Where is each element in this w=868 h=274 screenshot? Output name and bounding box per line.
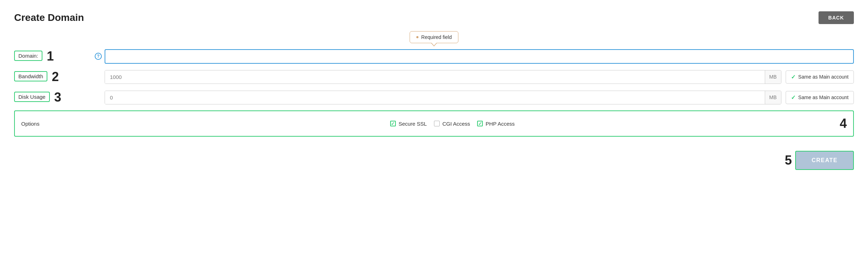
- domain-label-cell: Domain: 1: [14, 49, 92, 64]
- page-header: Create Domain BACK: [14, 11, 854, 24]
- domain-label: Domain:: [14, 51, 42, 61]
- php-access-label: PHP Access: [486, 121, 515, 127]
- disk-usage-input[interactable]: [105, 91, 765, 104]
- php-access-checkbox[interactable]: [477, 121, 483, 126]
- create-domain-form: Domain: 1 ? Bandwidth 2 MB ✓ Same as Mai…: [14, 49, 854, 137]
- options-controls: Secure SSL CGI Access PHP Access: [71, 121, 834, 127]
- required-field-tooltip: Required field: [410, 31, 458, 43]
- bandwidth-unit: MB: [765, 70, 781, 84]
- cgi-access-checkbox[interactable]: [434, 121, 440, 126]
- bandwidth-row: Bandwidth 2 MB ✓ Same as Main account: [14, 69, 854, 84]
- options-label: Options: [21, 121, 71, 127]
- option-cgi-access: CGI Access: [434, 121, 470, 127]
- tooltip-area: Required field: [14, 31, 854, 43]
- back-button[interactable]: BACK: [819, 11, 854, 24]
- bandwidth-label-cell: Bandwidth 2: [14, 69, 92, 84]
- disk-usage-check-icon: ✓: [791, 94, 796, 101]
- create-step-number: 5: [785, 153, 792, 168]
- page-title: Create Domain: [14, 12, 84, 23]
- bandwidth-input-wrapper: MB: [105, 70, 781, 84]
- domain-input-cell: [105, 49, 854, 64]
- domain-help-cell: ?: [92, 53, 105, 60]
- secure-ssl-checkbox[interactable]: [390, 121, 396, 126]
- bandwidth-input-cell: MB: [105, 70, 781, 84]
- secure-ssl-label: Secure SSL: [399, 121, 427, 127]
- cgi-access-label: CGI Access: [442, 121, 470, 127]
- options-step-number: 4: [840, 116, 847, 131]
- domain-row: Domain: 1 ?: [14, 49, 854, 64]
- form-footer: 5 CREATE: [14, 151, 854, 170]
- domain-step-number: 1: [47, 49, 54, 63]
- bandwidth-input[interactable]: [105, 70, 765, 84]
- option-secure-ssl: Secure SSL: [390, 121, 427, 127]
- option-php-access: PHP Access: [477, 121, 515, 127]
- disk-usage-unit: MB: [765, 91, 781, 104]
- disk-usage-input-wrapper: MB: [105, 91, 781, 104]
- bandwidth-check-icon: ✓: [791, 74, 796, 80]
- create-button[interactable]: CREATE: [795, 151, 854, 170]
- bandwidth-label: Bandwidth: [14, 71, 47, 81]
- disk-usage-step-number: 3: [54, 90, 61, 104]
- domain-help-icon[interactable]: ?: [95, 53, 102, 60]
- bandwidth-same-as-label: Same as Main account: [798, 74, 849, 80]
- disk-usage-input-cell: MB: [105, 91, 781, 104]
- disk-usage-same-as-main[interactable]: ✓ Same as Main account: [786, 91, 854, 104]
- domain-input[interactable]: [105, 49, 854, 64]
- tooltip-text: Required field: [421, 34, 452, 40]
- options-row: Options Secure SSL CGI Access PHP Access…: [14, 110, 854, 137]
- bandwidth-step-number: 2: [52, 69, 59, 84]
- disk-usage-same-as-label: Same as Main account: [798, 95, 849, 100]
- bandwidth-same-as-main[interactable]: ✓ Same as Main account: [786, 70, 854, 84]
- disk-usage-label-cell: Disk Usage 3: [14, 90, 92, 105]
- disk-usage-label: Disk Usage: [14, 92, 50, 102]
- create-button-wrapper: 5 CREATE: [785, 151, 854, 170]
- tooltip-dot-icon: [416, 36, 418, 38]
- disk-usage-row: Disk Usage 3 MB ✓ Same as Main account: [14, 90, 854, 105]
